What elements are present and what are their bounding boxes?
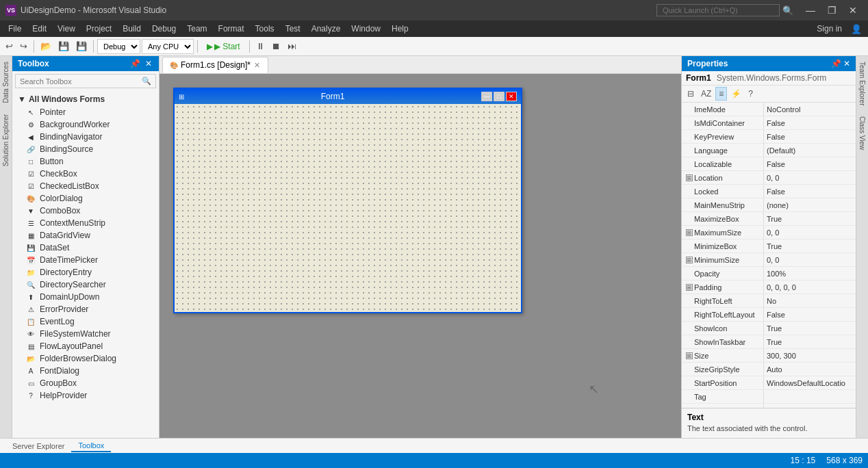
- prop-name-minimumsize[interactable]: ⊞MinimumSize: [682, 253, 764, 266]
- minimize-button[interactable]: —: [800, 3, 821, 17]
- prop-toolbar-cat[interactable]: ⊟: [685, 88, 697, 100]
- toolbar-extra-1[interactable]: ⏸: [253, 40, 268, 53]
- debug-config-select[interactable]: Debug: [97, 39, 140, 54]
- toolbar-extra-3[interactable]: ⏭: [285, 40, 299, 53]
- size-expand-icon[interactable]: ⊞: [686, 352, 693, 359]
- save-all-button[interactable]: 💾: [73, 40, 90, 53]
- menu-project[interactable]: Project: [81, 23, 117, 35]
- open-button[interactable]: 📂: [38, 40, 54, 53]
- form-close-button[interactable]: ✕: [506, 92, 517, 101]
- prop-value-ismdicontainer[interactable]: False: [764, 116, 856, 129]
- vertical-tab-data-sources[interactable]: Data Sources: [1, 56, 11, 109]
- toolbox-item-checkbox[interactable]: ☑ CheckBox: [12, 168, 159, 180]
- close-button[interactable]: ✕: [843, 3, 863, 17]
- toolbox-item-dataset[interactable]: 💾 DataSet: [12, 242, 159, 254]
- tab-form1-design[interactable]: 🎨 Form1.cs [Design]* ✕: [162, 57, 268, 73]
- toolbox-item-combobox[interactable]: ▼ ComboBox: [12, 205, 159, 217]
- toolbox-item-colordialog[interactable]: 🎨 ColorDialog: [12, 192, 159, 205]
- toolbox-item-folderbrowserdialog[interactable]: 📂 FolderBrowserDialog: [12, 352, 159, 365]
- prop-toolbar-az[interactable]: AZ: [698, 88, 714, 100]
- prop-value-showintaskbar[interactable]: True: [764, 335, 856, 348]
- toolbox-close-button[interactable]: ✕: [144, 59, 153, 68]
- toolbox-item-pointer[interactable]: ↖ Pointer: [12, 106, 159, 118]
- toolbox-section-header[interactable]: ▼ All Windows Forms: [12, 92, 159, 106]
- quick-launch-input[interactable]: [656, 4, 780, 16]
- location-expand-icon[interactable]: ⊞: [686, 174, 693, 181]
- toolbox-item-fontdialog[interactable]: A FontDialog: [12, 365, 159, 377]
- prop-toolbar-help[interactable]: ?: [745, 88, 756, 100]
- prop-name-location[interactable]: ⊞Location: [682, 171, 764, 184]
- tab-close-button[interactable]: ✕: [253, 61, 261, 70]
- menu-analyze[interactable]: Analyze: [306, 23, 346, 35]
- minimumsize-expand-icon[interactable]: ⊞: [686, 257, 693, 263]
- toolbox-item-datetimepicker[interactable]: 📅 DateTimePicker: [12, 254, 159, 266]
- form-minimize-button[interactable]: —: [481, 92, 492, 101]
- prop-value-size[interactable]: 300, 300: [764, 349, 856, 362]
- prop-value-tag[interactable]: [764, 390, 856, 403]
- toolbox-item-errorprovider[interactable]: ⚠ ErrorProvider: [12, 303, 159, 315]
- toolbox-item-bindingsource[interactable]: 🔗 BindingSource: [12, 143, 159, 155]
- prop-value-minimizebox[interactable]: True: [764, 239, 856, 252]
- prop-toolbar-props[interactable]: ≡: [715, 87, 727, 101]
- menu-build[interactable]: Build: [117, 23, 146, 35]
- menu-debug[interactable]: Debug: [146, 23, 181, 35]
- prop-value-sizegripstyle[interactable]: Auto: [764, 363, 856, 376]
- sign-in-button[interactable]: Sign in: [811, 24, 847, 34]
- toolbox-pin-button[interactable]: 📌: [129, 59, 142, 68]
- prop-name-maximumsize[interactable]: ⊞MaximumSize: [682, 226, 764, 239]
- vertical-tab-class-view[interactable]: Class View: [857, 111, 867, 155]
- toolbox-item-eventlog[interactable]: 📋 EventLog: [12, 315, 159, 328]
- prop-value-mainmenustrip[interactable]: (none): [764, 198, 856, 211]
- prop-value-location[interactable]: 0, 0: [764, 171, 856, 184]
- menu-edit[interactable]: Edit: [27, 23, 52, 35]
- prop-value-maximizebox[interactable]: True: [764, 212, 856, 225]
- toolbox-item-flowlayoutpanel[interactable]: ▤ FlowLayoutPanel: [12, 340, 159, 352]
- save-button[interactable]: 💾: [55, 40, 72, 53]
- vertical-tab-team-explorer[interactable]: Team Explorer: [857, 56, 867, 111]
- platform-select[interactable]: Any CPU: [142, 39, 194, 54]
- bottom-tab-toolbox[interactable]: Toolbox: [71, 440, 111, 452]
- toolbox-item-groupbox[interactable]: ▭ GroupBox: [12, 377, 159, 389]
- menu-test[interactable]: Test: [280, 23, 306, 35]
- toolbox-search-input[interactable]: [20, 77, 142, 86]
- toolbox-item-filesystemwatcher[interactable]: 👁 FileSystemWatcher: [12, 328, 159, 340]
- prop-name-size[interactable]: ⊞Size: [682, 349, 764, 362]
- menu-window[interactable]: Window: [346, 23, 386, 35]
- prop-value-localizable[interactable]: False: [764, 157, 856, 170]
- menu-file[interactable]: File: [3, 23, 27, 35]
- toolbox-item-domainupdown[interactable]: ⬆ DomainUpDown: [12, 291, 159, 303]
- prop-value-locked[interactable]: False: [764, 185, 856, 198]
- toolbox-item-helpprovider[interactable]: ? HelpProvider: [12, 389, 159, 402]
- maximumsize-expand-icon[interactable]: ⊞: [686, 229, 693, 236]
- menu-help[interactable]: Help: [386, 23, 414, 35]
- menu-view[interactable]: View: [52, 23, 81, 35]
- toolbox-item-directoryentry[interactable]: 📁 DirectoryEntry: [12, 266, 159, 278]
- form-window[interactable]: ⊞ Form1 — □ ✕: [173, 88, 522, 313]
- bottom-tab-server-explorer[interactable]: Server Explorer: [5, 441, 71, 452]
- toolbox-item-directorysearcher[interactable]: 🔍 DirectorySearcher: [12, 278, 159, 291]
- prop-value-padding[interactable]: 0, 0, 0, 0: [764, 281, 856, 294]
- prop-value-startposition[interactable]: WindowsDefaultLocatio: [764, 376, 856, 389]
- vertical-tab-solution-explorer[interactable]: Solution Explorer: [1, 109, 11, 172]
- prop-value-maximumsize[interactable]: 0, 0: [764, 226, 856, 239]
- prop-value-opacity[interactable]: 100%: [764, 267, 856, 280]
- redo-button[interactable]: ↪: [17, 40, 30, 53]
- form-maximize-button[interactable]: □: [494, 92, 505, 101]
- toolbox-item-bindingnavigator[interactable]: ◀ BindingNavigator: [12, 131, 159, 143]
- menu-format[interactable]: Format: [213, 23, 250, 35]
- toolbar-extra-2[interactable]: ⏹: [269, 40, 283, 53]
- padding-expand-icon[interactable]: ⊞: [686, 284, 693, 291]
- toolbox-item-backgroundworker[interactable]: ⚙ BackgroundWorker: [12, 118, 159, 131]
- prop-toolbar-events[interactable]: ⚡: [728, 88, 744, 100]
- prop-value-showicon[interactable]: True: [764, 322, 856, 335]
- properties-close-button[interactable]: ✕: [843, 59, 850, 68]
- prop-value-minimumsize[interactable]: 0, 0: [764, 253, 856, 266]
- menu-tools[interactable]: Tools: [250, 23, 280, 35]
- restore-button[interactable]: ❐: [822, 3, 842, 17]
- prop-value-imemode[interactable]: NoControl: [764, 103, 856, 116]
- toolbox-item-button[interactable]: □ Button: [12, 155, 159, 168]
- prop-name-padding[interactable]: ⊞Padding: [682, 281, 764, 294]
- menu-team[interactable]: Team: [181, 23, 212, 35]
- properties-pin-button[interactable]: 📌: [831, 59, 841, 68]
- undo-button[interactable]: ↩: [3, 40, 16, 53]
